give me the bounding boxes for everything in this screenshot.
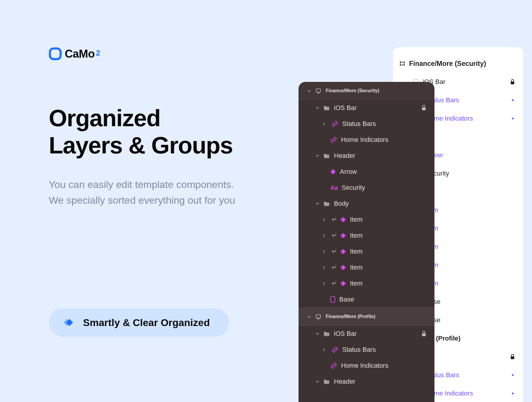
symbol-link-icon: [330, 362, 337, 369]
dark-layers-panel: Finance/More (Security) iOS Bar Status B…: [299, 82, 434, 402]
logo-wordmark: CaMo2: [65, 48, 100, 60]
layer-label: Item: [350, 248, 363, 255]
layer-row[interactable]: Header: [299, 374, 434, 390]
artboard-icon: [315, 87, 322, 94]
layer-label: Body: [334, 200, 349, 208]
light-panel-title: Finance/More (Security): [409, 60, 486, 68]
lock-icon: [510, 79, 515, 85]
layer-row[interactable]: ↵ Item: [299, 275, 434, 291]
folder-icon: [323, 201, 330, 206]
svg-rect-2: [511, 356, 514, 359]
artboard-title: Finance/More (Profile): [326, 314, 375, 319]
layer-row[interactable]: ↵ Item: [299, 260, 434, 275]
layer-row[interactable]: Home Indicators: [299, 132, 434, 148]
folder-icon: [323, 379, 330, 384]
diamond-pair-icon: [63, 317, 75, 328]
pill-label: Smartly & Clear Organized: [83, 317, 210, 328]
layer-row[interactable]: ↵ Item: [299, 244, 434, 260]
layer-row[interactable]: iOS Bar: [299, 326, 434, 342]
main-content: CaMo2 OrganizedLayers & Groups You can e…: [49, 47, 235, 337]
folder-icon: [323, 153, 330, 158]
status-dot: [512, 99, 514, 101]
layer-label: Security: [342, 184, 365, 192]
svg-rect-3: [316, 89, 321, 92]
symbol-diamond-icon: [340, 233, 346, 238]
folder-icon: [323, 105, 330, 111]
symbol-diamond-icon: [340, 265, 346, 270]
logo-icon: [49, 47, 62, 60]
svg-rect-5: [331, 296, 335, 302]
artboard-header[interactable]: Finance/More (Profile): [299, 307, 434, 326]
svg-rect-8: [50, 48, 61, 59]
page-headline: OrganizedLayers & Groups: [49, 105, 235, 159]
chevron-down-icon[interactable]: [306, 87, 311, 94]
lock-icon: [421, 331, 426, 337]
chevron-down-icon[interactable]: [314, 152, 319, 160]
layer-label: Status Bars: [342, 120, 376, 128]
feature-pill: Smartly & Clear Organized: [49, 308, 229, 337]
chevron-down-icon[interactable]: [314, 104, 319, 112]
chevron-right-icon[interactable]: [323, 264, 327, 271]
chevron-down-icon[interactable]: [314, 330, 319, 338]
artboard-title: Finance/More (Security): [326, 88, 379, 93]
light-panel-title-row[interactable]: Finance/More (Security): [399, 54, 517, 73]
svg-rect-4: [422, 108, 426, 110]
layer-label: iOS Bar: [334, 330, 357, 338]
layer-label: Status Bars: [342, 346, 376, 354]
layer-label: Item: [350, 232, 363, 239]
symbol-diamond-icon: [340, 281, 346, 286]
text-icon: Aa: [330, 184, 338, 191]
enter-icon: ↵: [332, 264, 336, 271]
symbol-link-icon: [332, 346, 338, 353]
page-subtitle: You can easily edit template components.…: [49, 177, 235, 208]
layer-label: Item: [350, 216, 363, 223]
layer-label: Item: [350, 280, 363, 287]
symbol-link-icon: [330, 137, 337, 143]
status-dot: [512, 393, 514, 394]
layer-row[interactable]: Status Bars: [299, 116, 434, 132]
layer-label: Home Indicators: [341, 362, 388, 369]
layer-label: iOS Bar: [334, 104, 357, 112]
layer-row[interactable]: Header: [299, 148, 434, 164]
chevron-down-icon[interactable]: [314, 200, 319, 208]
chevron-right-icon[interactable]: [323, 346, 327, 354]
layer-row[interactable]: Status Bars: [299, 342, 434, 358]
enter-icon: ↵: [332, 216, 336, 223]
artboard-header[interactable]: Finance/More (Security): [299, 82, 434, 100]
layer-row[interactable]: Home Indicators: [299, 358, 434, 374]
lock-icon: [510, 354, 515, 359]
svg-rect-7: [422, 333, 426, 336]
layer-row[interactable]: Base: [299, 291, 434, 307]
brand-logo: CaMo2: [49, 47, 235, 60]
symbol-diamond-icon: [340, 217, 346, 222]
chevron-right-icon[interactable]: [323, 120, 327, 128]
layer-row[interactable]: ↵ Item: [299, 228, 434, 244]
layer-label: Arrow: [340, 168, 357, 176]
chevron-right-icon[interactable]: [323, 248, 327, 255]
lock-icon: [421, 105, 426, 111]
symbol-link-icon: [332, 121, 338, 127]
layer-label: Item: [350, 264, 363, 271]
layer-label: Header: [334, 152, 355, 160]
status-dot: [512, 118, 514, 119]
status-dot: [512, 374, 514, 376]
layer-row[interactable]: Body: [299, 196, 434, 212]
rectangle-icon: [330, 296, 335, 303]
artboard-icon: [315, 313, 322, 320]
frame-icon: [399, 60, 406, 67]
enter-icon: ↵: [332, 248, 336, 255]
chevron-down-icon[interactable]: [306, 313, 311, 320]
chevron-right-icon[interactable]: [323, 216, 327, 223]
layer-row[interactable]: Aa Security: [299, 180, 434, 196]
layer-row[interactable]: iOS Bar: [299, 100, 434, 116]
symbol-diamond-icon: [340, 249, 346, 254]
layer-label: Base: [339, 296, 354, 303]
layer-row[interactable]: Arrow: [299, 164, 434, 180]
chevron-right-icon[interactable]: [323, 232, 327, 239]
chevron-right-icon[interactable]: [323, 280, 327, 287]
chevron-down-icon[interactable]: [314, 378, 319, 385]
enter-icon: ↵: [332, 232, 336, 239]
symbol-diamond-icon: [330, 169, 336, 174]
layer-row[interactable]: ↵ Item: [299, 212, 434, 228]
svg-rect-6: [316, 315, 321, 318]
